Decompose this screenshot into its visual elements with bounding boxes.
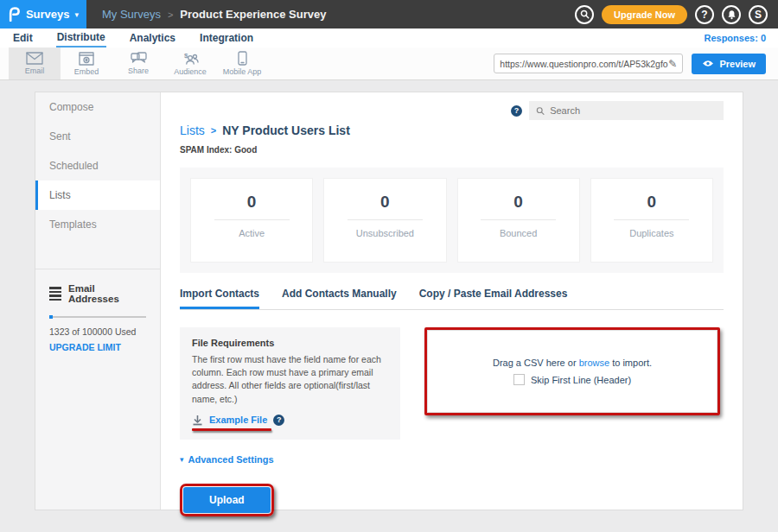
breadcrumb-lists-link[interactable]: Lists bbox=[180, 124, 205, 137]
email-sidebar: Compose Sent Scheduled Lists Templates E… bbox=[35, 92, 161, 510]
stat-divider bbox=[214, 219, 290, 220]
edit-url-pencil-icon[interactable]: ✎ bbox=[668, 58, 677, 70]
distribute-channel-toolbar: Email Embed Share $ Audience bbox=[0, 48, 778, 80]
preview-button[interactable]: Preview bbox=[692, 54, 766, 74]
channel-audience[interactable]: $ Audience bbox=[164, 48, 216, 79]
channel-label: Embed bbox=[74, 67, 99, 76]
tab-import-contacts[interactable]: Import Contacts bbox=[180, 288, 259, 309]
stat-value: 0 bbox=[247, 193, 257, 212]
channel-label: Share bbox=[128, 66, 149, 75]
chevron-right-icon: > bbox=[211, 125, 216, 136]
browse-link[interactable]: browse bbox=[579, 358, 609, 368]
stat-label: Duplicates bbox=[629, 228, 673, 238]
envelope-icon bbox=[26, 52, 43, 65]
dropzone-text: Drag a CSV here or browse to import. bbox=[493, 358, 652, 368]
upload-button[interactable]: Upload bbox=[183, 487, 271, 513]
contacts-tabs: Import Contacts Add Contacts Manually Co… bbox=[180, 288, 724, 310]
usage-text: 1323 of 100000 Used bbox=[49, 326, 146, 337]
skip-first-line-label: Skip First Line (Header) bbox=[531, 375, 631, 385]
search-icon bbox=[536, 106, 545, 116]
breadcrumb-list-name: NY Product Users List bbox=[222, 124, 350, 137]
tab-integration[interactable]: Integration bbox=[199, 30, 254, 47]
sidebar-item-templates[interactable]: Templates bbox=[35, 210, 160, 239]
upgrade-now-button[interactable]: Upgrade Now bbox=[602, 5, 687, 24]
help-button[interactable]: ? bbox=[695, 5, 714, 24]
stat-value: 0 bbox=[380, 193, 390, 212]
advanced-settings-toggle[interactable]: ▾ Advanced Settings bbox=[180, 454, 274, 465]
example-file-help-icon[interactable]: ? bbox=[273, 415, 284, 426]
stat-card-unsubscribed: 0 Unsubscribed bbox=[323, 178, 446, 263]
list-lines-icon bbox=[49, 287, 61, 301]
top-breadcrumb: My Surveys > Product Experience Survey bbox=[102, 8, 326, 21]
csv-dropzone[interactable]: Drag a CSV here or browse to import. Ski… bbox=[427, 330, 717, 413]
tab-analytics[interactable]: Analytics bbox=[129, 30, 176, 47]
page-body: Compose Sent Scheduled Lists Templates E… bbox=[0, 80, 778, 510]
example-file-row[interactable]: Example File ? bbox=[192, 415, 284, 426]
help-icon[interactable]: ? bbox=[511, 105, 522, 117]
example-file-link[interactable]: Example File bbox=[209, 415, 267, 425]
skip-first-line-checkbox[interactable] bbox=[513, 374, 525, 385]
product-menu-label: Surveys bbox=[26, 8, 70, 21]
top-navbar: Surveys ▾ My Surveys > Product Experienc… bbox=[0, 0, 778, 28]
breadcrumb-separator: > bbox=[168, 10, 173, 20]
file-requirements-body: The first row must have the field name f… bbox=[192, 353, 388, 406]
list-stats-strip: 0 Active 0 Unsubscribed 0 Bounced 0 bbox=[180, 168, 724, 273]
breadcrumb-survey-title: Product Experience Survey bbox=[180, 8, 326, 21]
download-icon bbox=[192, 415, 203, 426]
search-button[interactable] bbox=[575, 5, 594, 24]
lists-panel: Compose Sent Scheduled Lists Templates E… bbox=[35, 92, 743, 510]
channel-share[interactable]: Share bbox=[112, 48, 164, 79]
usage-progress-bar bbox=[49, 316, 146, 318]
channel-mobile-app[interactable]: Mobile App bbox=[216, 48, 268, 79]
stat-card-active: 0 Active bbox=[190, 178, 313, 263]
tab-edit[interactable]: Edit bbox=[12, 30, 34, 47]
sidebar-item-sent[interactable]: Sent bbox=[35, 122, 160, 151]
channel-label: Email bbox=[25, 66, 45, 75]
preview-label: Preview bbox=[719, 59, 756, 69]
channel-embed[interactable]: Embed bbox=[61, 48, 112, 79]
email-addresses-title: Email Addresses bbox=[68, 283, 146, 304]
spam-index: SPAM Index: Good bbox=[180, 145, 724, 155]
list-detail-main: ? Lists > NY Product Users List SPAM Ind… bbox=[161, 92, 743, 510]
channel-label: Mobile App bbox=[223, 67, 262, 76]
breadcrumb-my-surveys[interactable]: My Surveys bbox=[102, 8, 161, 21]
notifications-button[interactable] bbox=[722, 5, 741, 24]
stat-label: Unsubscribed bbox=[356, 228, 414, 238]
stat-divider bbox=[614, 219, 689, 220]
channel-email[interactable]: Email bbox=[9, 48, 61, 79]
responses-count-link[interactable]: Responses: 0 bbox=[704, 33, 766, 43]
drop-text-prefix: Drag a CSV here or bbox=[493, 358, 577, 368]
avatar[interactable]: S bbox=[749, 5, 768, 24]
drop-text-suffix: to import. bbox=[612, 358, 652, 368]
tab-distribute[interactable]: Distribute bbox=[56, 29, 106, 48]
caret-down-icon: ▾ bbox=[180, 455, 184, 464]
sidebar-item-scheduled[interactable]: Scheduled bbox=[35, 151, 160, 180]
product-switcher[interactable]: Surveys ▾ bbox=[0, 0, 86, 28]
annotation-box-dropzone: Drag a CSV here or browse to import. Ski… bbox=[424, 327, 720, 415]
search-row: ? bbox=[180, 101, 724, 120]
share-bubbles-icon bbox=[131, 52, 147, 65]
stat-value: 0 bbox=[647, 193, 657, 212]
stat-value: 0 bbox=[513, 193, 523, 212]
toolbar-actions: ✎ Preview bbox=[494, 48, 778, 79]
sidebar-item-lists[interactable]: Lists bbox=[35, 180, 160, 210]
sidebar-item-compose[interactable]: Compose bbox=[35, 92, 160, 122]
search-icon bbox=[580, 10, 590, 19]
tab-copy-paste-email-addresses[interactable]: Copy / Paste Email Addresses bbox=[419, 288, 568, 309]
embed-window-icon bbox=[79, 52, 94, 66]
stat-label: Active bbox=[239, 228, 265, 238]
stat-divider bbox=[481, 219, 556, 220]
file-requirements-box: File Requirements The first row must hav… bbox=[180, 327, 400, 440]
survey-url-input[interactable] bbox=[500, 59, 668, 69]
import-contacts-section: File Requirements The first row must hav… bbox=[180, 327, 724, 440]
channel-label: Audience bbox=[174, 67, 207, 76]
advanced-settings-label: Advanced Settings bbox=[188, 454, 274, 465]
audience-people-icon: $ bbox=[182, 52, 199, 66]
topbar-actions: Upgrade Now ? S bbox=[575, 5, 778, 24]
tab-add-contacts-manually[interactable]: Add Contacts Manually bbox=[282, 288, 397, 309]
upgrade-limit-link[interactable]: UPGRADE LIMIT bbox=[49, 342, 146, 352]
file-requirements-title: File Requirements bbox=[192, 338, 388, 348]
search-input[interactable] bbox=[550, 105, 717, 116]
contact-search-box bbox=[529, 101, 724, 120]
annotation-underline-example-file bbox=[192, 428, 271, 431]
